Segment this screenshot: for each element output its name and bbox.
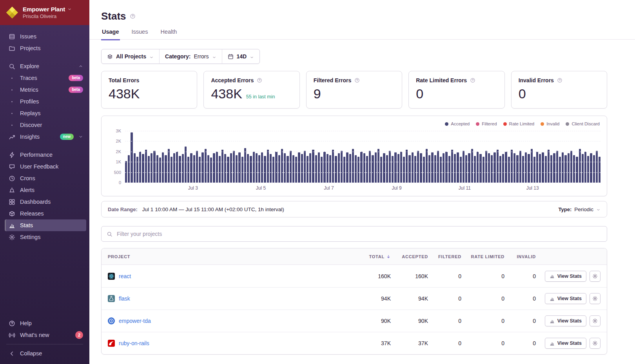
chart-bar[interactable] xyxy=(502,154,504,183)
chart-bar[interactable] xyxy=(131,132,132,183)
chart-bar[interactable] xyxy=(570,151,572,183)
chart-bar[interactable] xyxy=(295,157,297,183)
chart-bar[interactable] xyxy=(522,156,524,183)
org-switcher[interactable]: Empower Plant Priscila Oliveira xyxy=(0,0,89,25)
sidebar-item-collapse[interactable]: Collapse xyxy=(0,348,89,359)
search-input[interactable] xyxy=(116,230,602,237)
project-link[interactable]: react xyxy=(119,273,131,279)
chart-bar[interactable] xyxy=(346,152,348,183)
view-stats-button[interactable]: View Stats xyxy=(545,338,586,349)
chart-bar[interactable] xyxy=(281,149,283,183)
tab-issues[interactable]: Issues xyxy=(131,29,149,39)
sidebar-item-profiles[interactable]: Profiles xyxy=(0,96,89,107)
date-period-dropdown[interactable]: 14D xyxy=(222,49,260,63)
sidebar-item-dashboards[interactable]: Dashboards xyxy=(0,196,89,208)
chart-bar[interactable] xyxy=(216,152,218,183)
sidebar-item-releases[interactable]: Releases xyxy=(0,208,89,219)
chart-bar[interactable] xyxy=(542,152,544,183)
chart-bar[interactable] xyxy=(505,152,507,183)
chart-bar[interactable] xyxy=(151,153,152,183)
legend-item-filtered[interactable]: Filtered xyxy=(476,121,497,126)
chart-bar[interactable] xyxy=(238,152,240,183)
sidebar-item-settings[interactable]: Settings xyxy=(0,231,89,243)
chart-bar[interactable] xyxy=(168,149,170,183)
chart-bar[interactable] xyxy=(179,156,181,183)
chart-bar[interactable] xyxy=(545,156,547,183)
chart-bar[interactable] xyxy=(406,150,408,183)
sidebar-item-crons[interactable]: Crons xyxy=(0,172,89,184)
chart-bar[interactable] xyxy=(134,153,136,183)
sidebar-item-help[interactable]: Help xyxy=(0,317,89,329)
help-icon[interactable] xyxy=(354,78,360,83)
project-filter-dropdown[interactable]: All Projects xyxy=(102,49,159,63)
sidebar-item-user-feedback[interactable]: User Feedback xyxy=(0,161,89,172)
chart-bar[interactable] xyxy=(525,152,527,183)
chart-bar[interactable] xyxy=(201,152,203,183)
chart-bar[interactable] xyxy=(290,151,292,183)
chart-bar[interactable] xyxy=(128,155,130,183)
chart-bar[interactable] xyxy=(287,156,288,183)
chart-bar[interactable] xyxy=(312,150,314,183)
chart-bar[interactable] xyxy=(556,151,558,183)
tab-usage[interactable]: Usage xyxy=(101,29,120,39)
chart-bar[interactable] xyxy=(457,152,459,183)
chart-bar[interactable] xyxy=(199,157,201,183)
sidebar-item-replays[interactable]: Replays xyxy=(0,107,89,119)
chart-bar[interactable] xyxy=(187,157,189,183)
col-project[interactable]: PROJECT xyxy=(108,254,344,259)
chart-bar[interactable] xyxy=(403,157,405,183)
sidebar-item-what-s-new[interactable]: What's new2 xyxy=(0,329,89,341)
chart-bar[interactable] xyxy=(318,152,320,183)
chart-bar[interactable] xyxy=(593,155,595,183)
col-rate-limited[interactable]: RATE LIMITED xyxy=(461,254,504,259)
chart-bar[interactable] xyxy=(190,153,192,183)
chart-bar[interactable] xyxy=(559,157,561,183)
chart-bar[interactable] xyxy=(233,151,235,183)
help-icon[interactable] xyxy=(557,78,562,83)
sidebar-item-performance[interactable]: Performance xyxy=(0,149,89,161)
chart-bar[interactable] xyxy=(536,152,538,183)
chart-bar[interactable] xyxy=(434,155,436,183)
chart-bar[interactable] xyxy=(292,155,294,183)
chart-bar[interactable] xyxy=(528,154,530,183)
chart-bar[interactable] xyxy=(219,156,221,183)
chart-bar[interactable] xyxy=(304,151,306,183)
chart-bar[interactable] xyxy=(564,155,566,183)
chart-bar[interactable] xyxy=(357,157,359,183)
chart-bar[interactable] xyxy=(253,152,255,183)
chart-bar[interactable] xyxy=(335,156,337,183)
chart-bar[interactable] xyxy=(497,150,499,183)
chart-bar[interactable] xyxy=(488,153,490,183)
tab-health[interactable]: Health xyxy=(160,29,178,39)
chart-bar[interactable] xyxy=(278,155,280,183)
help-icon[interactable] xyxy=(470,78,475,83)
chart-bar[interactable] xyxy=(369,151,371,183)
chart-bar[interactable] xyxy=(261,152,263,183)
chart-bar[interactable] xyxy=(468,153,470,183)
view-stats-button[interactable]: View Stats xyxy=(545,271,586,282)
chart-bar[interactable] xyxy=(148,156,150,183)
chart-bar[interactable] xyxy=(431,152,433,183)
chart-bar[interactable] xyxy=(270,154,272,183)
chart-bar[interactable] xyxy=(250,156,252,183)
chart-bar[interactable] xyxy=(531,149,533,183)
chart-bar[interactable] xyxy=(165,155,167,183)
chart-bar[interactable] xyxy=(463,151,464,183)
chart-type-dropdown[interactable]: Type: Periodic xyxy=(559,206,601,212)
chart-bar[interactable] xyxy=(298,152,300,183)
chart-bar[interactable] xyxy=(227,157,229,183)
col-accepted[interactable]: ACCEPTED xyxy=(391,254,428,259)
chart-bar[interactable] xyxy=(513,153,515,183)
chart-bar[interactable] xyxy=(582,154,584,183)
chart-bar[interactable] xyxy=(397,154,399,183)
chart-bar[interactable] xyxy=(519,151,521,183)
sidebar-item-issues[interactable]: Issues xyxy=(0,31,89,42)
chart-bar[interactable] xyxy=(386,155,388,183)
legend-item-client-discard[interactable]: Client Discard xyxy=(566,121,600,126)
chart-bar[interactable] xyxy=(205,149,207,183)
chart-bar[interactable] xyxy=(579,149,581,183)
chart-bar[interactable] xyxy=(341,151,343,183)
chart-bar[interactable] xyxy=(474,156,476,183)
category-filter-dropdown[interactable]: Category: Errors xyxy=(159,49,221,63)
chart-bar[interactable] xyxy=(196,151,198,183)
